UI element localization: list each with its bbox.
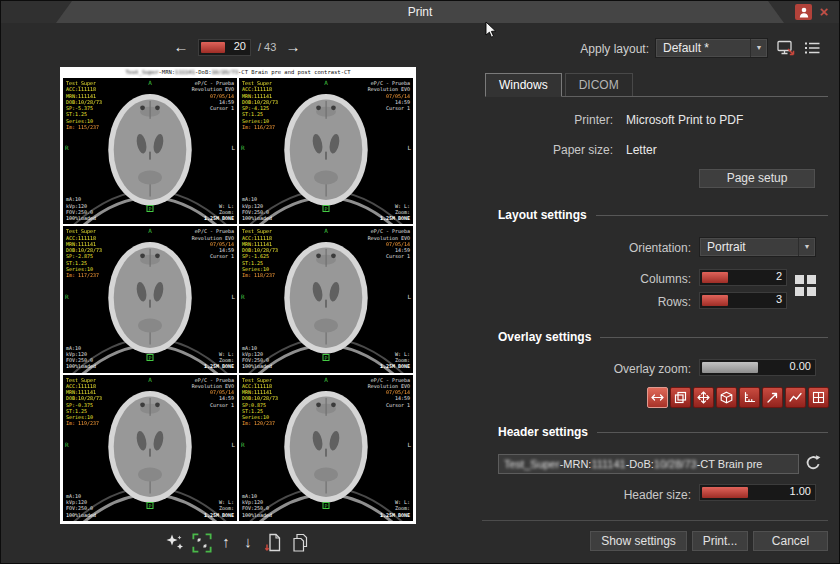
orientation-marker-posterior: P [323,354,330,361]
cell-overlay-top-right: eP/C - Prueba Revolution EVO 07/05/14 14… [368,228,410,259]
overlay-zoom-spinner[interactable]: 0.00 [699,359,816,376]
header-size-value: 1.00 [790,485,811,500]
header-size-spinner[interactable]: 1.00 [699,484,816,501]
apply-layout-label: Apply layout: [561,42,649,56]
overlay-cube-icon[interactable] [716,387,737,408]
rows-drag-handle[interactable] [702,295,728,306]
orientation-marker-left: L [407,442,411,448]
patient-name: Test_Super [66,228,102,234]
apply-layout-dropdown[interactable]: Default * ▼ [655,38,768,58]
cell-overlay-bottom-right: W: L: Zoom: 1.25M BONE [380,351,410,370]
orientation-marker-right: R [65,294,69,300]
orientation-dropdown[interactable]: Portrait ▼ [699,237,816,257]
orientation-marker-left: L [231,145,235,151]
page-setup-button[interactable]: Page setup [698,168,816,189]
mouse-cursor [485,21,497,39]
orientation-marker-anterior: A [324,80,328,86]
refresh-icon[interactable] [804,454,826,474]
cell-overlay-top-right: eP/C - Prueba Revolution EVO 07/05/14 14… [192,377,234,408]
page-number-spinner[interactable]: 20 [198,39,251,56]
print-preview-image-cell[interactable]: Test_Super ACC:111118 MRN:111141 DOB:10/… [63,375,237,521]
overlay-zoom-drag-handle[interactable] [702,362,758,373]
print-preview-image-cell[interactable]: Test_Super ACC:111118 MRN:111141 DOB:10/… [63,226,237,372]
cell-overlay-top-left: Test_Super ACC:111118 MRN:111141 DOB:10/… [242,80,278,130]
overlay-zoom-label: Overlay zoom: [531,362,691,376]
header-size-drag-handle[interactable] [702,487,748,498]
overlay-ruler-icon[interactable] [739,387,760,408]
columns-spinner[interactable]: 2 [699,269,787,286]
print-preview-image-cell[interactable]: Test_Super ACC:111118 MRN:111141 DOB:10/… [63,78,237,224]
window-title: Print [1,1,839,23]
cell-overlay-bottom-left: mA:10 kVp:120 FOV:250.0 100%loaded [242,196,272,221]
print-preview-page[interactable]: Test_Super-MRN:111141-DoB:10/28/73-CT Br… [60,67,416,524]
orientation-marker-left: L [407,294,411,300]
columns-drag-handle[interactable] [702,272,728,283]
save-layout-button[interactable] [776,38,797,58]
print-preview-image-cell[interactable]: Test_Super ACC:111118 MRN:111141 DOB:10/… [239,78,413,224]
cell-overlay-top-right: eP/C - Prueba Revolution EVO 07/05/14 14… [368,80,410,111]
print-preview-image-cell[interactable]: Test_Super ACC:111118 MRN:111141 DOB:10/… [239,375,413,521]
fit-page-icon[interactable] [191,532,213,553]
cancel-button[interactable]: Cancel [752,530,829,552]
user-icon[interactable] [795,4,812,20]
patient-name: Test_Super [242,228,278,234]
overlay-settings-section-header: Overlay settings [498,330,828,344]
paper-size-value: Letter [626,143,657,157]
cell-overlay-bottom-left: mA:10 kVp:120 FOV:250.0 100%loaded [66,196,96,221]
cell-overlay-bottom-left: mA:10 kVp:120 FOV:250.0 100%loaded [66,493,96,518]
orientation-marker-right: R [241,294,245,300]
close-icon[interactable]: × [816,3,832,21]
header-settings-section-header: Header settings [498,425,828,439]
print-button[interactable]: Print... [691,530,749,552]
grid-layout-icon[interactable] [793,273,818,298]
sparkle-icon[interactable] [164,532,186,553]
orientation-marker-anterior: A [324,377,328,383]
cell-overlay-top-left: Test_Super ACC:111118 MRN:111141 DOB:10/… [66,377,102,427]
columns-label: Columns: [571,272,691,286]
print-preview-image-cell[interactable]: Test_Super ACC:111118 MRN:111141 DOB:10/… [239,226,413,372]
tab-dicom[interactable]: DICOM [565,73,633,96]
cell-overlay-top-left: Test_Super ACC:111118 MRN:111141 DOB:10/… [66,80,102,130]
save-page-icon[interactable] [263,532,285,553]
orientation-marker-anterior: A [324,228,328,234]
orientation-marker-anterior: A [148,228,152,234]
orientation-marker-right: R [241,145,245,151]
overlay-arrow-icon[interactable] [762,387,783,408]
cell-overlay-bottom-right: W: L: Zoom: 1.25M BONE [204,499,234,518]
save-all-pages-icon[interactable] [289,532,311,553]
cell-overlay-top-right: eP/C - Prueba Revolution EVO 07/05/14 14… [192,80,234,111]
move-up-icon[interactable]: ↑ [217,531,235,552]
cell-overlay-top-left: Test_Super ACC:111118 MRN:111141 DOB:10/… [66,228,102,278]
overlay-grid-icon[interactable] [808,387,829,408]
orientation-marker-left: L [231,442,235,448]
overlay-pan-icon[interactable] [693,387,714,408]
orientation-marker-posterior: P [147,205,154,212]
rows-value: 3 [776,293,782,308]
rows-label: Rows: [571,295,691,309]
header-size-label: Header size: [541,488,691,502]
page-spinner-drag-handle[interactable] [201,42,225,53]
footer-divider [482,520,828,521]
orientation-marker-right: R [65,442,69,448]
prev-page-button[interactable]: ← [171,38,191,56]
orientation-marker-anterior: A [148,377,152,383]
cell-overlay-top-right: eP/C - Prueba Revolution EVO 07/05/14 14… [192,228,234,259]
page-total-label: / 43 [258,41,276,53]
patient-name: Test_Super [242,377,278,383]
overlay-graph-icon[interactable] [785,387,806,408]
cell-overlay-bottom-right: W: L: Zoom: 1.25M BONE [380,203,410,222]
paper-size-label: Paper size: [498,143,613,157]
tab-windows[interactable]: Windows [485,73,562,97]
cell-overlay-bottom-right: W: L: Zoom: 1.25M BONE [204,203,234,222]
page-header-text: Test_Super-MRN:111141-DoB:10/28/73-CT Br… [60,69,416,76]
overlay-scale-icon[interactable] [647,387,668,408]
overlay-frames-icon[interactable] [670,387,691,408]
show-settings-button[interactable]: Show settings [589,530,688,552]
overlay-zoom-value: 0.00 [790,360,811,375]
rows-spinner[interactable]: 3 [699,292,787,309]
titlebar[interactable]: Print × [1,1,839,23]
next-page-button[interactable]: → [283,38,303,56]
layout-list-button[interactable] [802,38,823,58]
header-text-input[interactable]: Test_Super-MRN:111141-DoB:10/28/73-CT Br… [498,454,799,474]
move-down-icon[interactable]: ↓ [239,531,257,552]
